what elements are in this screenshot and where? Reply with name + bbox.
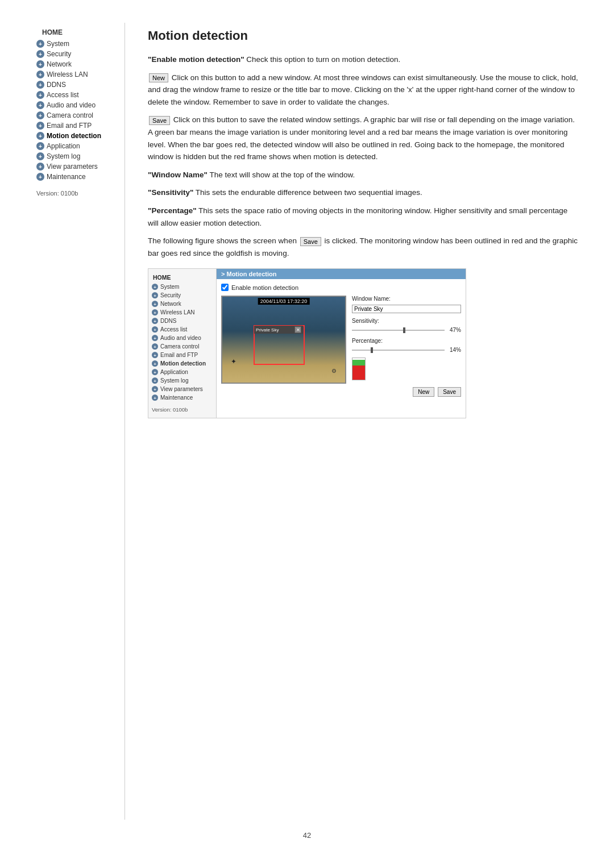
ss-label-system-log: System log [160,377,188,384]
ss-bullet-icon [152,284,158,290]
sidebar-item-ddns[interactable]: DDNS [34,80,119,90]
ss-label-maintenance: Maintenance [160,394,193,401]
sidebar-item-wireless-lan[interactable]: Wireless LAN [34,69,119,80]
ss-buttons-row: New Save [352,387,461,397]
ss-item-access-list[interactable]: Access list [148,325,216,334]
ss-save-button[interactable]: Save [438,387,461,397]
ss-window-name: Private Sky [256,327,279,333]
ss-bar-chart [352,358,366,380]
ss-item-motion-detection[interactable]: Motion detection [148,359,216,368]
ss-item-network[interactable]: Network [148,300,216,308]
bullet-icon [36,40,44,48]
sidebar-label-access-list: Access list [47,91,79,99]
sidebar-label-application: Application [47,142,80,150]
ss-label-camera-control: Camera control [160,343,199,350]
para1: "Enable motion detection" Check this opt… [148,53,580,66]
ss-version: Version: 0100b [148,402,216,414]
page-footer: 42 [34,820,580,845]
para6: "Percentage" This sets the space ratio o… [148,205,580,229]
ss-item-camera-control[interactable]: Camera control [148,342,216,351]
para1-bold: "Enable motion detection" [148,55,244,64]
ss-bar-green [352,360,365,366]
ss-item-application[interactable]: Application [148,368,216,376]
sidebar-item-maintenance[interactable]: Maintenance [34,172,119,182]
ss-home: HOME [148,272,216,283]
ss-label-email-ftp: Email and FTP [160,352,198,358]
ss-item-wireless-lan[interactable]: Wireless LAN [148,308,216,317]
bullet-icon [36,122,44,130]
ss-bullet-icon [152,301,158,307]
para5: "Sensitivity" This sets the endurable di… [148,186,580,199]
sidebar-item-audio-video[interactable]: Audio and video [34,100,119,110]
ss-camera-feed: 2004/11/03 17:32:20 Private Sky ✕ ✦ ⚙ [221,296,346,384]
sidebar-item-motion-detection[interactable]: Motion detection [34,131,119,141]
ss-sensitivity-slider-row: 47% [352,327,461,333]
ss-item-security[interactable]: Security [148,291,216,300]
sidebar-item-system[interactable]: System [34,39,119,49]
ss-sensitivity-pct: 47% [447,327,461,333]
para5-bold: "Sensitivity" [148,188,193,197]
ss-bullet-icon [152,386,158,392]
ss-new-button[interactable]: New [413,387,434,397]
sidebar-item-system-log[interactable]: System log [34,151,119,161]
ss-bullet-icon [152,352,158,358]
ss-label-access-list: Access list [160,326,187,333]
para4-rest: The text will show at the top of the win… [208,171,355,179]
save-button-inline2[interactable]: Save [300,237,321,246]
ss-monitor-area: 2004/11/03 17:32:20 Private Sky ✕ ✦ ⚙ [221,296,461,397]
ss-item-maintenance[interactable]: Maintenance [148,393,216,402]
ss-item-ddns[interactable]: DDNS [148,317,216,325]
sidebar-item-security[interactable]: Security [34,49,119,59]
sidebar-item-camera-control[interactable]: Camera control [34,110,119,121]
ss-bar-red [352,366,365,380]
para2-text: Click on this button to add a new window… [148,73,578,106]
sidebar-item-application[interactable]: Application [34,141,119,151]
sidebar-home[interactable]: HOME [34,28,119,36]
ss-item-email-ftp[interactable]: Email and FTP [148,351,216,359]
sidebar-label-system-log: System log [47,152,80,160]
ss-item-system-log[interactable]: System log [148,376,216,385]
ss-label-wireless-lan: Wireless LAN [160,309,195,315]
ss-bullet-icon [152,326,158,333]
new-button-inline[interactable]: New [149,73,168,82]
sidebar-item-view-parameters[interactable]: View parameters [34,161,119,172]
sidebar-label-view-parameters: View parameters [47,163,98,171]
ss-label-audio-video: Audio and video [160,335,201,341]
sidebar-item-access-list[interactable]: Access list [34,90,119,100]
para3-text: Click on this button to save the related… [148,115,575,161]
ss-item-system[interactable]: System [148,283,216,291]
para5-rest: This sets the endurable difference betwe… [193,188,422,197]
bullet-icon [36,173,44,181]
ss-window-close-icon[interactable]: ✕ [294,326,301,333]
para7-pre: The following figure shows the screen wh… [148,236,297,245]
enable-motion-label: Enable motion detection [231,284,298,291]
ss-detection-window[interactable]: Private Sky ✕ [254,325,305,365]
ss-title-bar: > Motion detection [217,269,466,279]
ss-percentage-slider[interactable] [352,350,445,351]
bullet-icon [36,111,44,119]
bullet-icon [36,81,44,89]
ss-item-view-parameters[interactable]: View parameters [148,385,216,393]
para4: "Window Name" The text will show at the … [148,169,580,181]
ss-sensitivity-label: Sensitivity: [352,318,461,324]
page-wrapper: HOME System Security Network Wireless LA… [0,0,614,868]
para3: Save Click on this button to save the re… [148,114,580,163]
ss-bullet-icon [152,394,158,401]
ss-checkbox-row: Enable motion detection [221,284,461,291]
ss-percentage-pct: 14% [447,347,461,353]
ss-window-name-input[interactable] [352,305,461,313]
sidebar-label-wireless-lan: Wireless LAN [47,70,88,78]
sidebar-item-email-ftp[interactable]: Email and FTP [34,121,119,131]
ss-item-audio-video[interactable]: Audio and video [148,334,216,342]
ss-sensitivity-slider[interactable] [352,330,445,331]
screenshot-main: > Motion detection Enable motion detecti… [217,269,466,418]
ss-bullet-icon [152,377,158,384]
ss-bullet-icon [152,369,158,375]
sidebar-item-network[interactable]: Network [34,59,119,69]
enable-motion-checkbox[interactable] [221,284,229,291]
bullet-icon [36,101,44,109]
save-button-inline[interactable]: Save [149,116,170,125]
sidebar-label-email-ftp: Email and FTP [47,122,92,130]
ss-timestamp: 2004/11/03 17:32:20 [258,298,310,305]
ss-percentage-thumb [371,347,373,353]
